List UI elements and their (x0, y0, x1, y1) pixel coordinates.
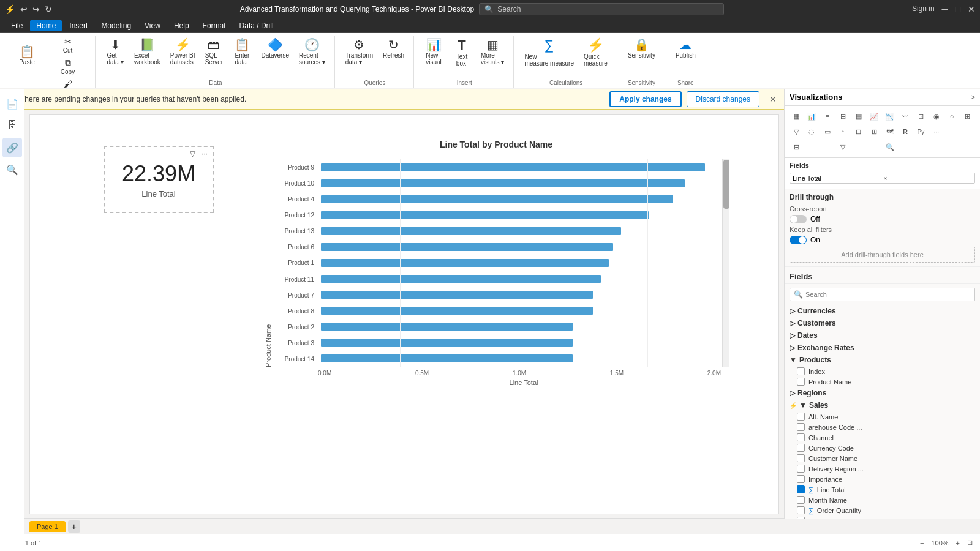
menu-format[interactable]: Format (197, 20, 232, 31)
order-date-checkbox[interactable] (797, 517, 805, 519)
sales-item-customer-name[interactable]: Customer Name (790, 453, 975, 463)
more-visuals-btn[interactable]: ▦ Morevisuals ▾ (477, 36, 508, 69)
viz-icon-matrix[interactable]: ⊞ (867, 125, 881, 138)
redo-btn[interactable]: ↪ (32, 4, 40, 14)
sidebar-data-icon[interactable]: 🗄 (2, 116, 22, 135)
menu-view[interactable]: View (138, 20, 167, 31)
cross-report-toggle[interactable] (790, 215, 807, 223)
apply-changes-btn[interactable]: Apply changes (609, 91, 681, 107)
currency-code-checkbox[interactable] (797, 444, 805, 452)
products-name-checkbox[interactable] (797, 378, 805, 386)
products-item-product-name[interactable]: Product Name (790, 377, 975, 387)
power-bi-datasets-btn[interactable]: ⚡ Power BIdatasets (166, 36, 200, 69)
customer-name-checkbox[interactable] (797, 454, 805, 462)
customers-header[interactable]: ▷ Customers (790, 317, 975, 329)
dates-header[interactable]: ▷ Dates (790, 329, 975, 342)
text-box-btn[interactable]: T Textbox (448, 36, 475, 70)
line-total-checkbox[interactable] (797, 485, 805, 493)
fields-dropdown-clear[interactable]: × (884, 175, 973, 182)
viz-icon-table2[interactable]: ⊟ (790, 140, 803, 154)
viz-icon-r[interactable]: R (899, 125, 912, 138)
sales-item-line-total[interactable]: ∑ Line Total (790, 484, 975, 495)
menu-insert[interactable]: Insert (63, 20, 94, 31)
enter-data-btn[interactable]: 📋 Enterdata (228, 36, 255, 69)
recent-sources-btn[interactable]: 🕐 Recentsources ▾ (295, 36, 330, 69)
viz-icon-py[interactable]: Py (914, 125, 927, 138)
warehouse-code-checkbox[interactable] (797, 423, 805, 431)
sales-item-order-date[interactable]: OrderDate (790, 515, 975, 519)
keep-filters-toggle[interactable] (790, 236, 807, 244)
sales-item-month-name[interactable]: Month Name (790, 495, 975, 505)
viz-icon-ribbon[interactable]: 〰 (899, 110, 912, 123)
sales-item-warehouse-code[interactable]: arehouse Code ... (790, 422, 975, 432)
fields-dropdown[interactable]: Line Total × (790, 173, 975, 184)
products-index-checkbox[interactable] (797, 367, 805, 375)
transform-data-btn[interactable]: ⚙ Transformdata ▾ (341, 36, 377, 69)
new-measure-btn[interactable]: ∑ Newmeasure measure (520, 36, 578, 70)
viz-icon-kpi[interactable]: ↑ (836, 125, 850, 138)
products-header[interactable]: ▼ Products (790, 354, 975, 366)
channel-checkbox[interactable] (797, 433, 805, 441)
viz-icon-stacked-bar[interactable]: ≡ (821, 110, 834, 123)
viz-icon-table[interactable]: ▦ (790, 110, 803, 123)
alt-name-checkbox[interactable] (797, 413, 805, 421)
zoom-out-btn[interactable]: − (920, 539, 924, 547)
new-visual-btn[interactable]: 📊 Newvisual (420, 36, 447, 69)
title-search-box[interactable]: 🔍 Search (479, 3, 724, 15)
viz-icon-pie[interactable]: ◉ (930, 110, 943, 123)
line-total-card[interactable]: ▽ ··· 22.39M Line Total (104, 146, 214, 213)
chart-scrollbar[interactable] (722, 159, 729, 367)
importance-checkbox[interactable] (797, 475, 805, 483)
undo-btn[interactable]: ↩ (20, 4, 28, 14)
viz-icon-filter2[interactable]: ▽ (836, 140, 850, 154)
menu-file[interactable]: File (5, 20, 29, 31)
viz-icon-card[interactable]: ▭ (821, 125, 834, 138)
sign-in-label[interactable]: Sign in (912, 4, 935, 14)
cut-btn[interactable]: ✂ Cut (45, 36, 90, 55)
viz-icon-area[interactable]: 📉 (883, 110, 896, 123)
viz-icon-treemap[interactable]: ⊞ (961, 110, 974, 123)
sidebar-report-icon[interactable]: 📄 (2, 94, 22, 113)
viz-icon-gauge[interactable]: ◌ (805, 125, 818, 138)
viz-icon-donut[interactable]: ○ (945, 110, 959, 123)
publish-btn[interactable]: ☁ Publish (671, 36, 700, 62)
sales-item-channel[interactable]: Channel (790, 432, 975, 443)
dataverse-btn[interactable]: 🔷 Dataverse (257, 36, 293, 62)
fields-search-input[interactable] (805, 291, 971, 298)
menu-modeling[interactable]: Modeling (95, 20, 137, 31)
paste-btn[interactable]: 📋 Paste (10, 36, 44, 75)
viz-icon-more[interactable]: ··· (930, 125, 943, 138)
viz-icon-funnel[interactable]: ▽ (790, 125, 803, 138)
sales-item-currency-code[interactable]: Currency Code (790, 443, 975, 453)
month-name-checkbox[interactable] (797, 496, 805, 504)
sql-server-btn[interactable]: 🗃 SQLServer (200, 36, 227, 69)
viz-icon-slicer[interactable]: ⊟ (852, 125, 865, 138)
viz-icon-clustered[interactable]: ▤ (852, 110, 865, 123)
viz-panel-expand[interactable]: > (971, 93, 975, 102)
menu-data-drill[interactable]: Data / Drill (233, 20, 280, 31)
copy-btn[interactable]: ⧉ Copy (45, 56, 90, 77)
fit-btn[interactable]: ⊡ (967, 539, 973, 547)
viz-icon-100pct[interactable]: ⊟ (836, 110, 850, 123)
viz-icon-search[interactable]: 🔍 (883, 140, 897, 154)
refresh-btn2[interactable]: ↻ Refresh (379, 36, 409, 62)
sensitivity-btn[interactable]: 🔒 Sensitivity (624, 36, 660, 62)
sales-item-order-quantity[interactable]: ∑ Order Quantity (790, 505, 975, 515)
viz-icon-map[interactable]: 🗺 (883, 125, 896, 138)
products-item-index[interactable]: Index (790, 366, 975, 377)
excel-workbook-btn[interactable]: 📗 Excelworkbook (130, 36, 165, 69)
delivery-region-checkbox[interactable] (797, 465, 805, 473)
sales-header[interactable]: ⚡ ▼ Sales (790, 399, 975, 411)
close-btn[interactable]: ✕ (968, 4, 975, 14)
viz-icon-line[interactable]: 📈 (867, 110, 881, 123)
order-quantity-checkbox[interactable] (797, 506, 805, 514)
zoom-in-btn[interactable]: + (956, 539, 960, 547)
scrollbar-thumb[interactable] (723, 160, 729, 209)
menu-home[interactable]: Home (30, 20, 62, 31)
sales-item-importance[interactable]: Importance (790, 474, 975, 484)
quick-measure-btn[interactable]: ⚡ Quickmeasure (579, 36, 612, 70)
fields-search-box[interactable]: 🔍 (790, 288, 975, 301)
notification-close-btn[interactable]: ✕ (769, 94, 777, 104)
page-tab-1[interactable]: Page 1 (29, 521, 66, 532)
sidebar-model-icon[interactable]: 🔗 (2, 138, 22, 157)
